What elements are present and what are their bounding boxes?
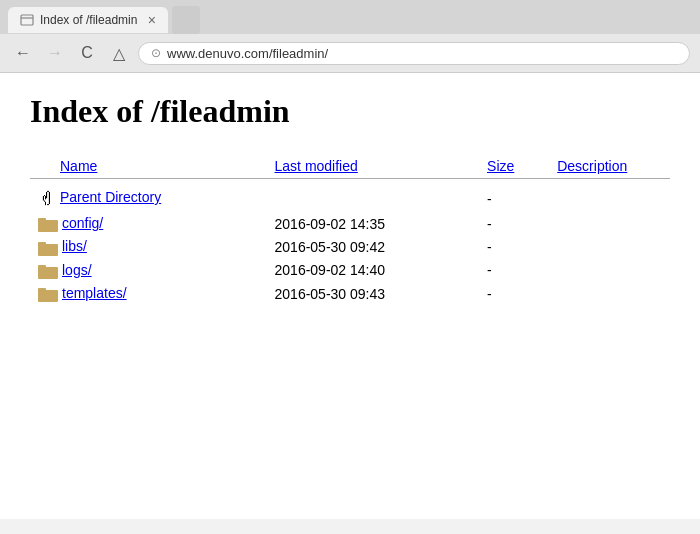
file-link[interactable]: config/ [62, 215, 103, 231]
folder-icon [38, 285, 62, 301]
home-button[interactable]: △ [106, 40, 132, 66]
sort-by-description-link[interactable]: Description [557, 158, 627, 174]
file-name-cell: 🖞Parent Directory [30, 185, 255, 212]
svg-rect-10 [38, 288, 46, 292]
file-name-cell: templates/ [30, 282, 255, 305]
file-size-cell: - [479, 212, 549, 235]
file-modified-cell: 2016-05-30 09:43 [255, 282, 480, 305]
nav-bar: ← → C △ ⊙ www.denuvo.com/fileadmin/ [0, 34, 700, 72]
table-row: templates/2016-05-30 09:43- [30, 282, 670, 305]
file-description-cell [549, 212, 670, 235]
sort-by-size-link[interactable]: Size [487, 158, 514, 174]
svg-rect-0 [21, 15, 33, 25]
file-modified-cell [255, 185, 480, 212]
file-size-cell: - [479, 235, 549, 258]
sort-by-modified-link[interactable]: Last modified [275, 158, 358, 174]
file-description-cell [549, 185, 670, 212]
address-lock-icon: ⊙ [151, 46, 161, 60]
page-title: Index of /fileadmin [30, 93, 670, 130]
table-row: config/2016-09-02 14:35- [30, 212, 670, 235]
folder-icon [38, 238, 62, 254]
file-modified-cell: 2016-09-02 14:40 [255, 259, 480, 282]
file-description-cell [549, 259, 670, 282]
folder-icon [38, 215, 62, 231]
table-row: 🖞Parent Directory- [30, 185, 670, 212]
svg-rect-6 [38, 242, 46, 246]
svg-rect-4 [38, 218, 46, 222]
file-listing-table: Name Last modified Size Description 🖞Par… [30, 154, 670, 305]
svg-rect-8 [38, 265, 46, 269]
file-name-cell: config/ [30, 212, 255, 235]
forward-button[interactable]: → [42, 40, 68, 66]
browser-chrome: Index of /fileadmin × ← → C △ ⊙ www.denu… [0, 0, 700, 73]
file-link[interactable]: logs/ [62, 262, 92, 278]
file-size-cell: - [479, 282, 549, 305]
file-name-cell: logs/ [30, 259, 255, 282]
sort-by-name-link[interactable]: Name [60, 158, 97, 174]
file-description-cell [549, 235, 670, 258]
back-button[interactable]: ← [10, 40, 36, 66]
address-text: www.denuvo.com/fileadmin/ [167, 46, 328, 61]
file-name-cell: libs/ [30, 235, 255, 258]
tab-close-button[interactable]: × [148, 12, 156, 28]
file-modified-cell: 2016-05-30 09:42 [255, 235, 480, 258]
active-tab[interactable]: Index of /fileadmin × [8, 7, 168, 33]
col-header-name: Name [30, 154, 255, 179]
col-header-description: Description [549, 154, 670, 179]
parent-dir-icon: 🖞 [38, 188, 56, 208]
page-content: Index of /fileadmin Name Last modified S… [0, 73, 700, 519]
address-bar[interactable]: ⊙ www.denuvo.com/fileadmin/ [138, 42, 690, 65]
file-description-cell [549, 282, 670, 305]
tab-favicon [20, 13, 34, 27]
refresh-button[interactable]: C [74, 40, 100, 66]
table-row: logs/2016-09-02 14:40- [30, 259, 670, 282]
tab-title: Index of /fileadmin [40, 13, 137, 27]
table-header-row: Name Last modified Size Description [30, 154, 670, 179]
folder-icon [38, 262, 62, 278]
table-row: libs/2016-05-30 09:42- [30, 235, 670, 258]
svg-rect-2 [179, 13, 193, 27]
file-link[interactable]: Parent Directory [60, 189, 161, 205]
file-modified-cell: 2016-09-02 14:35 [255, 212, 480, 235]
file-size-cell: - [479, 259, 549, 282]
file-link[interactable]: libs/ [62, 238, 87, 254]
col-header-modified: Last modified [255, 154, 480, 179]
file-link[interactable]: templates/ [62, 285, 127, 301]
new-tab-button[interactable] [172, 6, 200, 34]
col-header-size: Size [479, 154, 549, 179]
tab-bar: Index of /fileadmin × [0, 0, 700, 34]
file-size-cell: - [479, 185, 549, 212]
